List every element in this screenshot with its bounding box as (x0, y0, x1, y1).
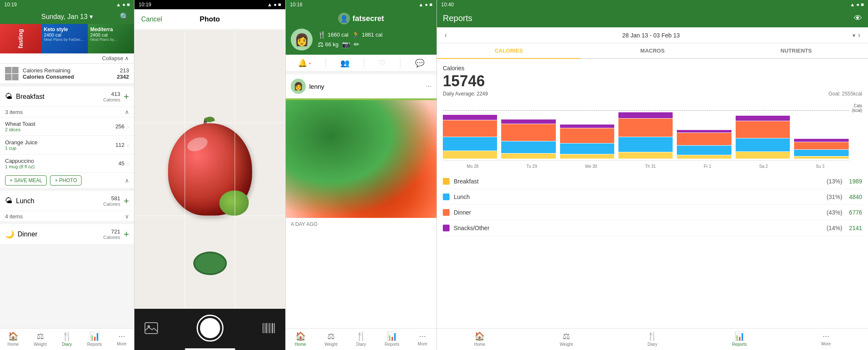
nav-weight-3[interactable]: ⚖ Weight (324, 331, 337, 347)
grid-cell (185, 30, 235, 123)
lunch-name: Lunch (16, 197, 103, 205)
search-icon[interactable]: 🔍 (120, 12, 129, 21)
wheat-toast-cal: 256 (116, 123, 125, 130)
food-item-cappuccino[interactable]: Cappuccino 1 mug (8 fl oz) 45 › (0, 154, 134, 173)
bar-stack-4 (677, 130, 731, 159)
dinner-header: 🌙 Dinner 721 Calories + (0, 224, 134, 244)
orange-juice-info: Orange Juice 1 cup (5, 139, 116, 151)
user-avatar: 👩 (291, 29, 313, 50)
meal-plan-fasting[interactable]: fasting (0, 24, 41, 53)
food-item-orange-juice[interactable]: Orange Juice 1 cup 112 › (0, 136, 134, 154)
tab-macros[interactable]: MACROS (581, 43, 724, 58)
greens-visual (286, 100, 437, 218)
cancel-button[interactable]: Cancel (141, 16, 162, 23)
shutter-button[interactable] (197, 315, 224, 342)
barcode-button[interactable] (258, 318, 279, 338)
breakfast-actions-chevron-icon[interactable]: ∧ (125, 177, 129, 184)
legend-color-1 (443, 194, 450, 200)
shutter-inner (200, 318, 220, 338)
dinner-section: 🌙 Dinner 721 Calories + (0, 224, 134, 244)
food-item-wheat-toast[interactable]: Wheat Toast 2 slices 256 › (0, 117, 134, 136)
total-label: Calories (443, 65, 862, 72)
lunch-chevron-icon[interactable]: ∨ (125, 213, 129, 220)
nav-more-1[interactable]: ··· More (117, 331, 126, 347)
cappuccino-name: Cappuccino (5, 158, 118, 164)
bar-segment (618, 112, 673, 118)
bell-icon: 🔔 (298, 58, 307, 68)
mediterra-name: Mediterra (90, 27, 132, 32)
nav-home-4[interactable]: 🏠 Home (474, 331, 486, 347)
bar-segment (794, 150, 848, 156)
legend-val-0: 1989 (849, 178, 862, 185)
camera-stat: 📷 (342, 40, 350, 48)
chart-day-label: We 30 (585, 164, 597, 169)
nav-home-1[interactable]: 🏠 Home (8, 331, 19, 347)
bar-segment (618, 119, 673, 136)
chart-day-label: Th 31 (645, 164, 656, 169)
nav-reports-1[interactable]: 📊 Reports (87, 331, 102, 347)
legend-pct-2: (43%) (826, 209, 842, 216)
prev-date-button[interactable]: ‹ (442, 31, 450, 40)
dinner-add-button[interactable]: + (124, 229, 129, 240)
gallery-button[interactable] (141, 318, 161, 338)
nav-diary-label-4: Diary (647, 342, 657, 347)
social-friends[interactable]: 👥 (340, 58, 350, 68)
nav-weight-label-3: Weight (324, 342, 337, 347)
daily-average: Daily Average: 2249 (443, 91, 488, 97)
bar-segment (501, 124, 555, 141)
wheat-toast-chevron-icon: › (127, 123, 129, 130)
lunch-add-button[interactable]: + (124, 196, 129, 207)
nav-more-3[interactable]: ··· More (418, 331, 427, 347)
nav-reports-4[interactable]: 📊 Reports (732, 331, 747, 347)
grid-cell (134, 30, 185, 123)
photo-button[interactable]: + PHOTO (50, 175, 82, 186)
nav-weight-4[interactable]: ⚖ Weight (560, 331, 573, 347)
save-meal-button[interactable]: + SAVE MEAL (5, 175, 47, 186)
post-header: 👩 lenny ··· (286, 74, 437, 98)
bar-segment (560, 143, 614, 154)
social-notifications[interactable]: 🔔 ● (298, 58, 311, 68)
nav-reports-3[interactable]: 📊 Reports (385, 331, 400, 347)
bar-segment (677, 133, 731, 146)
orange-juice-name: Orange Juice (5, 139, 116, 146)
nav-diary-3[interactable]: 🍴 Diary (356, 331, 366, 347)
legend-pct-3: (14%) (826, 225, 842, 231)
social-row: 🔔 ● 👥 ♡ 💬 (286, 55, 437, 72)
nav-weight-1[interactable]: ⚖ Weight (34, 331, 47, 347)
tab-calories[interactable]: CALORIES (437, 43, 581, 59)
meal-plan-keto[interactable]: Keto style 2400 cal Meal Plans by FatSec… (41, 24, 87, 53)
date-range: 28 Jan 13 - 03 Feb 13 (450, 32, 852, 39)
goal-line (443, 110, 849, 111)
breakfast-cals-col: 413 Calories (103, 91, 120, 102)
post-more-button[interactable]: ··· (426, 82, 431, 90)
nav-home-3[interactable]: 🏠 Home (295, 331, 306, 347)
status-icons-4: ▲ ● ■ (850, 2, 864, 8)
bar-segment (736, 121, 790, 138)
breakfast-add-button[interactable]: + (124, 91, 129, 102)
orange-juice-cal: 112 (116, 142, 125, 148)
eye-button[interactable]: 👁 (854, 13, 862, 23)
tab-nutrients[interactable]: NUTRIENTS (724, 43, 868, 58)
legend-color-2 (443, 209, 450, 216)
next-date-button[interactable]: › (855, 31, 863, 40)
grid-cell (134, 216, 185, 309)
bottom-nav-1: 🏠 Home ⚖ Weight 🍴 Diary 📊 Reports ··· Mo… (0, 328, 134, 350)
nav-diary-1[interactable]: 🍴 Diary (62, 331, 72, 347)
status-bar-3: 10:16 ▲ ● ■ (286, 0, 437, 9)
social-comments[interactable]: 💬 (415, 58, 424, 68)
breakfast-chevron-icon[interactable]: ∧ (125, 109, 129, 115)
status-icons-1: ▲ ● ■ (116, 2, 130, 8)
collapse-row[interactable]: Collapse ∧ (0, 53, 134, 64)
date-dropdown-icon[interactable]: ▾ (852, 32, 855, 39)
nav-more-4[interactable]: ··· More (821, 331, 831, 347)
nav-reports-label-3: Reports (385, 342, 400, 347)
social-likes[interactable]: ♡ (379, 58, 386, 68)
mediterra-cal: 2400 cal (90, 32, 132, 37)
nav-diary-4[interactable]: 🍴 Diary (647, 331, 658, 347)
breakfast-section: 🌤 Breakfast 413 Calories + 3 items ∧ Whe… (0, 87, 134, 188)
bar-segment (794, 139, 848, 142)
keto-sub: Meal Plans by FatSec... (44, 37, 85, 42)
bar-group-Th 31 (618, 112, 673, 159)
dinner-cals: 721 (103, 228, 120, 235)
meal-plan-mediterra[interactable]: Mediterra 2400 cal Meal Plans by... (88, 24, 134, 53)
